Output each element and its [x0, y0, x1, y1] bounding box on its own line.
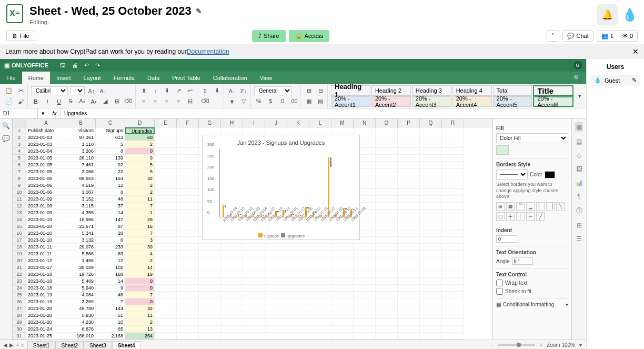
cell-P13[interactable] — [398, 210, 420, 216]
cell-B18[interactable]: 29,076 — [66, 244, 96, 251]
cell-E19[interactable] — [155, 251, 177, 257]
cell-R8[interactable] — [442, 175, 464, 182]
col-header-D[interactable]: D — [125, 119, 155, 127]
cell-I28[interactable] — [243, 312, 265, 319]
cell-R3[interactable] — [442, 141, 464, 148]
cell-P18[interactable] — [398, 244, 420, 251]
cell-M27[interactable] — [331, 305, 354, 312]
cell-G24[interactable] — [199, 285, 221, 292]
cell-F31[interactable] — [177, 333, 199, 340]
col-header-G[interactable]: G — [199, 119, 221, 127]
border-inner-h-icon[interactable]: ─ — [526, 212, 535, 221]
cell-E7[interactable] — [155, 168, 177, 175]
cell-C10[interactable]: 8 — [96, 189, 125, 196]
cell-H26[interactable] — [221, 298, 243, 305]
sheet-prev-icon[interactable]: ◀ — [3, 342, 7, 348]
cell-G18[interactable] — [199, 244, 221, 251]
cell-O14[interactable] — [376, 216, 398, 223]
cell-O23[interactable] — [376, 278, 398, 285]
merge-icon[interactable]: ⊟ — [185, 97, 195, 106]
cell-P22[interactable] — [398, 271, 420, 278]
remove-filter-icon[interactable]: ▽ — [239, 97, 248, 106]
cell-A3[interactable]: 2023-01-03 — [26, 141, 66, 148]
cell-style-title[interactable]: Title — [533, 85, 573, 96]
cell-I25[interactable] — [243, 292, 265, 298]
align-justify-icon[interactable]: ≡ — [174, 97, 183, 106]
cell-R30[interactable] — [442, 326, 464, 333]
cell-B25[interactable]: 4,084 — [66, 292, 96, 298]
cell-M26[interactable] — [331, 298, 354, 305]
cell-B13[interactable]: 4,355 — [66, 210, 96, 216]
cell-I24[interactable] — [243, 285, 265, 292]
cell-D30[interactable]: 13 — [125, 326, 155, 333]
menu-tab-file[interactable]: File — [0, 72, 22, 84]
slicer-settings-icon[interactable]: ☰ — [576, 235, 582, 243]
currency-icon[interactable]: $ — [266, 96, 275, 106]
cell-E31[interactable] — [155, 333, 177, 340]
cell-M23[interactable] — [331, 278, 354, 285]
cell-R31[interactable] — [442, 333, 464, 340]
cell-M29[interactable] — [331, 319, 354, 326]
row-header-31[interactable]: 31 — [13, 333, 26, 340]
cell-D10[interactable]: 2 — [125, 189, 155, 196]
cell-H23[interactable] — [221, 278, 243, 285]
fill-color-icon[interactable]: ◢ — [100, 97, 110, 106]
cell-A6[interactable]: 2023-01-05 — [26, 162, 66, 168]
cell-L22[interactable] — [309, 271, 331, 278]
cell-E23[interactable] — [155, 278, 177, 285]
filter-icon[interactable]: ▼ — [227, 97, 237, 106]
row-header-13[interactable]: 13 — [13, 210, 26, 216]
cut-icon[interactable]: ✂ — [16, 86, 25, 96]
cell-C15[interactable]: 87 — [96, 223, 125, 230]
cell-I18[interactable] — [243, 244, 265, 251]
cell-C20[interactable]: 12 — [96, 257, 125, 264]
cell-J18[interactable] — [265, 244, 287, 251]
cell-H20[interactable] — [221, 257, 243, 264]
cell-C17[interactable]: 6 — [96, 237, 125, 244]
cell-D26[interactable]: 0 — [125, 298, 155, 305]
cell-E29[interactable] — [155, 319, 177, 326]
cell-I1[interactable] — [243, 127, 265, 134]
cell-Q14[interactable] — [420, 216, 442, 223]
cell-Q26[interactable] — [420, 298, 442, 305]
row-header-25[interactable]: 25 — [13, 292, 26, 298]
add-sheet-icon[interactable]: + — [16, 342, 19, 348]
cell-N27[interactable] — [354, 305, 376, 312]
paste-icon[interactable]: 📄 — [4, 97, 14, 106]
cell-E10[interactable] — [155, 189, 177, 196]
cell-F3[interactable] — [177, 141, 199, 148]
menu-tab-home[interactable]: Home — [22, 72, 50, 84]
format-painter-icon[interactable]: 🖌 — [16, 97, 25, 106]
cell-B27[interactable]: 48,780 — [66, 305, 96, 312]
sheet-next-icon[interactable]: ▶ — [9, 342, 14, 348]
row-header-10[interactable]: 10 — [13, 189, 26, 196]
cell-N19[interactable] — [354, 251, 376, 257]
cell-B20[interactable]: 1,488 — [66, 257, 96, 264]
row-header-30[interactable]: 30 — [13, 326, 26, 333]
col-header-N[interactable]: N — [354, 119, 376, 127]
cell-F2[interactable] — [177, 134, 199, 141]
cell-O21[interactable] — [376, 264, 398, 271]
cell-C12[interactable]: 37 — [96, 203, 125, 210]
cell-R25[interactable] — [442, 292, 464, 298]
cell-P14[interactable] — [398, 216, 420, 223]
cell-B7[interactable]: 3,088 — [66, 168, 96, 175]
rename-icon[interactable]: ✎ — [196, 7, 202, 15]
cell-E30[interactable] — [155, 326, 177, 333]
name-box-dropdown[interactable]: ▾ — [38, 108, 48, 118]
cell-P26[interactable] — [398, 298, 420, 305]
cell-style-20-accent1[interactable]: 20% - Accent1 — [331, 96, 370, 107]
cell-P1[interactable] — [398, 127, 420, 134]
cell-P30[interactable] — [398, 326, 420, 333]
cell-style-heading-3[interactable]: Heading 3 — [412, 85, 451, 96]
user-count[interactable]: 👥1 👁0 — [597, 31, 638, 42]
cell-J25[interactable] — [265, 292, 287, 298]
copy-icon[interactable]: 📋 — [4, 86, 14, 96]
cell-I20[interactable] — [243, 257, 265, 264]
cell-C31[interactable]: 2,168 — [96, 333, 125, 340]
number-format-select[interactable]: General — [254, 86, 292, 95]
cell-Q31[interactable] — [420, 333, 442, 340]
angle-input[interactable] — [512, 257, 533, 265]
cell-M25[interactable] — [331, 292, 354, 298]
cell-B26[interactable]: 3,269 — [66, 298, 96, 305]
